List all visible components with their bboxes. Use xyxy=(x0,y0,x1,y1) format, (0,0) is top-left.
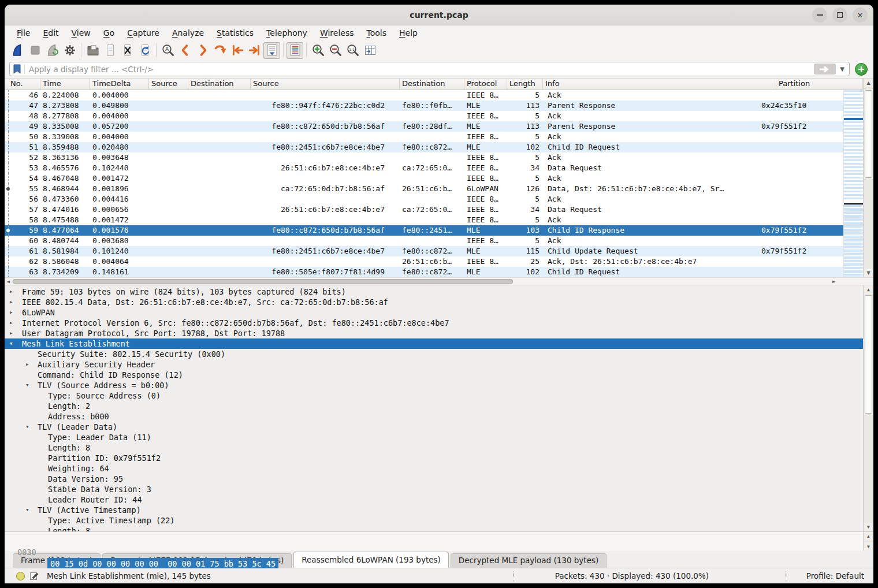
close-file-button[interactable] xyxy=(119,42,136,59)
menu-item-wireless[interactable]: Wireless xyxy=(314,27,360,39)
chevron-down-icon[interactable]: ▾ xyxy=(25,380,29,390)
column-header-src1[interactable]: Source xyxy=(149,79,188,90)
packet-row[interactable]: 618.5819840.101240fe80::2451:c6b7:e8ce:4… xyxy=(5,246,843,256)
detail-row[interactable]: Leader Router ID: 44 xyxy=(5,494,863,505)
stop-capture-button[interactable] xyxy=(27,42,43,59)
go-forward-button[interactable] xyxy=(194,42,211,59)
detail-row[interactable]: ▾TLV (Source Address = b0:00) xyxy=(5,380,863,390)
packet-row[interactable]: 598.4770640.001576fe80::c872:650d:b7b8:5… xyxy=(5,225,843,236)
column-header-info[interactable]: Info xyxy=(543,79,776,90)
find-packet-button[interactable]: A xyxy=(159,42,176,59)
status-profile[interactable]: Profile: Default xyxy=(806,571,864,580)
column-header-part[interactable]: Partition xyxy=(776,79,863,90)
detail-row[interactable]: Length: 8 xyxy=(5,526,863,531)
open-file-button[interactable] xyxy=(84,42,101,59)
detail-row[interactable]: ▸IEEE 802.15.4 Data, Dst: 26:51:c6:b7:e8… xyxy=(5,297,863,307)
packet-row[interactable]: 518.3594880.020480fe80::2451:c6b7:e8ce:4… xyxy=(5,142,843,152)
detail-row[interactable]: Command: Child ID Response (12) xyxy=(5,370,863,380)
packet-list-hscrollbar[interactable]: ◄ ► xyxy=(5,277,873,285)
chevron-right-icon[interactable]: ▸ xyxy=(25,359,29,370)
menu-item-statistics[interactable]: Statistics xyxy=(210,27,260,39)
column-header-dst2[interactable]: Destination xyxy=(400,79,464,90)
go-to-packet-button[interactable] xyxy=(211,42,228,59)
detail-row[interactable]: ▸6LoWPAN xyxy=(5,307,863,318)
bookmark-icon[interactable] xyxy=(13,64,21,74)
wireshark-start-capture-button[interactable] xyxy=(9,42,26,59)
detail-row[interactable]: Stable Data Version: 3 xyxy=(5,484,863,494)
menu-item-view[interactable]: View xyxy=(65,27,97,39)
detail-row[interactable]: Type: Leader Data (11) xyxy=(5,432,863,442)
packet-list-scrollbar[interactable]: ▲ ▼ xyxy=(863,79,873,277)
maximize-button[interactable] xyxy=(832,8,847,23)
filter-dropdown-caret[interactable]: ▼ xyxy=(840,66,844,72)
zoom-original-button[interactable]: 1:1 xyxy=(344,42,361,59)
packet-minimap[interactable] xyxy=(843,90,863,277)
detail-row[interactable]: Length: 2 xyxy=(5,401,863,411)
detail-row[interactable]: Data Version: 95 xyxy=(5,474,863,484)
restart-capture-button[interactable] xyxy=(44,42,61,59)
packet-row[interactable]: 548.4670480.001472IEEE 8…5Ack xyxy=(5,173,843,184)
packet-row[interactable]: 568.4733600.004416IEEE 8…5Ack xyxy=(5,194,843,204)
packet-row[interactable]: 498.3350080.057200fe80::c872:650d:b7b8:5… xyxy=(5,121,843,132)
minimize-button[interactable] xyxy=(812,8,827,23)
detail-row[interactable]: ▸Frame 59: 103 bytes on wire (824 bits),… xyxy=(5,286,863,297)
scroll-right-icon[interactable]: ► xyxy=(831,278,838,285)
column-header-no[interactable]: No. xyxy=(5,79,40,90)
chevron-right-icon[interactable]: ▸ xyxy=(9,297,13,307)
chevron-right-icon[interactable]: ▸ xyxy=(9,307,13,318)
detail-row[interactable]: ▸User Datagram Protocol, Src Port: 19788… xyxy=(5,328,863,338)
scroll-down-icon[interactable]: ▼ xyxy=(864,269,873,277)
menu-item-file[interactable]: File xyxy=(10,27,36,39)
detail-row[interactable]: Weighting: 64 xyxy=(5,463,863,474)
colorize-packets-button[interactable] xyxy=(287,42,303,59)
go-last-packet-button[interactable] xyxy=(246,42,263,59)
packet-row[interactable]: 468.2240080.004000IEEE 8…5Ack xyxy=(5,90,843,101)
packet-row[interactable]: 608.4807440.003680IEEE 8…5Ack xyxy=(5,236,843,246)
packet-row[interactable]: 538.4655760.10244026:51:c6:b7:e8:ce:4b:e… xyxy=(5,163,843,173)
column-header-dst1[interactable]: Destination xyxy=(188,79,251,90)
resize-columns-button[interactable] xyxy=(362,42,378,59)
hex-bytes-selected[interactable]: 00 15 0d 00 00 00 00 00 00 00 01 75 bb 5… xyxy=(47,558,278,570)
menu-item-tools[interactable]: Tools xyxy=(360,27,393,39)
packet-row[interactable]: 558.4689440.001896ca:72:65:0d:b7:b8:56:a… xyxy=(5,184,843,194)
detail-row[interactable]: ▸Internet Protocol Version 6, Src: fe80:… xyxy=(5,318,863,328)
detail-row[interactable]: Type: Source Address (0) xyxy=(5,390,863,401)
close-button[interactable]: ✕ xyxy=(853,8,868,23)
menu-item-capture[interactable]: Capture xyxy=(121,27,166,39)
add-filter-button[interactable]: + xyxy=(855,63,868,76)
scroll-down-icon[interactable]: ▼ xyxy=(864,542,873,551)
packet-row[interactable]: 628.5860480.00406426:51:c6:b…IEEE 8…25Ac… xyxy=(5,256,843,267)
zoom-in-button[interactable] xyxy=(310,42,326,59)
byte-view-tab[interactable]: Reassembled 6LoWPAN (193 bytes) xyxy=(293,552,449,568)
hscrollbar-thumb[interactable] xyxy=(13,279,513,284)
scroll-left-icon[interactable]: ◄ xyxy=(5,278,12,285)
detail-row[interactable]: ▸Auxiliary Security Header xyxy=(5,359,863,370)
scroll-up-icon[interactable]: ▲ xyxy=(864,532,873,541)
reload-file-button[interactable] xyxy=(136,42,153,59)
scroll-up-icon[interactable]: ▲ xyxy=(864,79,873,87)
auto-scroll-button[interactable] xyxy=(263,42,280,59)
column-header-src2[interactable]: Source xyxy=(251,79,400,90)
hex-row[interactable]: 0030 00 15 0d 00 00 00 00 00 00 00 01 75… xyxy=(5,535,33,546)
chevron-down-icon[interactable]: ▾ xyxy=(25,505,29,515)
detail-row[interactable]: Partition ID: 0x79f551f2 xyxy=(5,453,863,463)
packet-row[interactable]: 488.2778080.004000IEEE 8…5Ack xyxy=(5,111,843,121)
chevron-right-icon[interactable]: ▸ xyxy=(9,286,13,297)
save-file-button[interactable] xyxy=(102,42,118,59)
detail-row[interactable]: Length: 8 xyxy=(5,442,863,453)
detail-row[interactable]: ▾TLV (Active Timestamp) xyxy=(5,505,863,515)
detail-row[interactable]: Address: b000 xyxy=(5,411,863,422)
menu-item-edit[interactable]: Edit xyxy=(36,27,65,39)
detail-row[interactable]: Security Suite: 802.15.4 Security (0x00) xyxy=(5,349,863,359)
capture-options-button[interactable] xyxy=(61,42,78,59)
scrollbar-thumb[interactable] xyxy=(865,295,872,414)
scroll-up-icon[interactable]: ▲ xyxy=(864,285,873,294)
menu-item-analyze[interactable]: Analyze xyxy=(166,27,210,39)
packet-row[interactable]: 588.4754880.001472IEEE 8…5Ack xyxy=(5,215,843,225)
packet-row[interactable]: 528.3631360.003648IEEE 8…5Ack xyxy=(5,152,843,163)
go-first-packet-button[interactable] xyxy=(229,42,245,59)
menu-item-go[interactable]: Go xyxy=(97,27,121,39)
column-header-proto[interactable]: Protocol xyxy=(464,79,507,90)
go-back-button[interactable] xyxy=(177,42,194,59)
chevron-down-icon[interactable]: ▾ xyxy=(25,422,29,432)
